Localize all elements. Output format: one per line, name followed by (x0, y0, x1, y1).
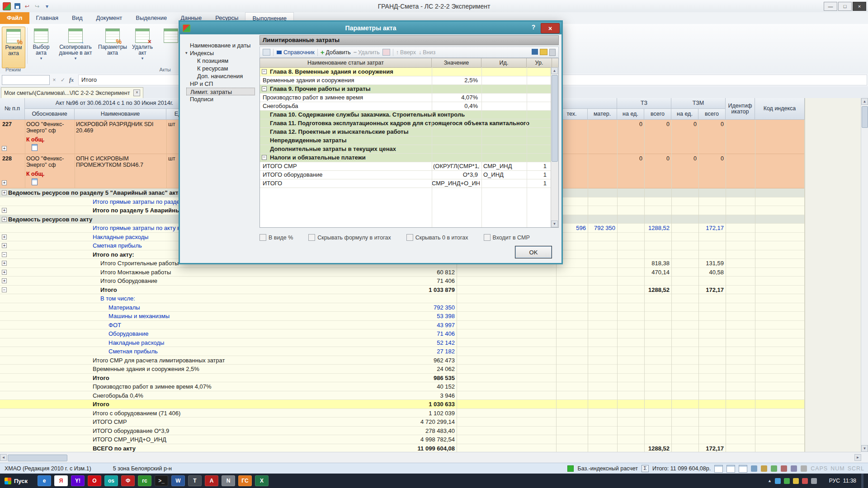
table-group-row[interactable]: −Налоги и обязательные платежи (260, 154, 558, 162)
col-header-tz-total[interactable]: всего (644, 109, 671, 120)
ok-button[interactable]: OK (515, 246, 552, 258)
table-scroll-thumb[interactable] (552, 75, 558, 162)
app-icon[interactable] (3, 2, 11, 10)
col-header-index-code[interactable]: Код индекса (755, 98, 805, 120)
tz-total-cell[interactable]: 1288,52 (644, 286, 671, 294)
total-cell[interactable]: 52 142 (316, 338, 457, 347)
expander-icon[interactable]: + (2, 270, 7, 275)
total-cell[interactable]: 71 406 (316, 277, 457, 285)
view-mode-icon[interactable] (714, 465, 723, 473)
help-icon[interactable]: ? (529, 23, 538, 32)
grid-row[interactable]: +Итого Оборудование71 406 (0, 277, 805, 286)
col-header-identifier[interactable]: Идентификатор (726, 98, 755, 120)
position-name[interactable]: ОПН С ИСКРОВЫМ ПРОМЕЖУТКОМ SDI46.7 (76, 155, 165, 168)
total-cell[interactable]: 27 182 (316, 347, 457, 356)
tree-expanded-icon[interactable]: ▾ (185, 49, 188, 57)
act-mode-button[interactable]: % Режим акта (2, 27, 25, 68)
total-cell[interactable]: 792 350 (316, 303, 457, 312)
tab-view[interactable]: Вид (65, 12, 90, 24)
grid-row[interactable]: Итого986 535 (0, 374, 805, 383)
dialog-close-button[interactable]: × (541, 23, 560, 33)
total-cell[interactable]: 24 062 (316, 365, 457, 373)
expander-icon[interactable]: − (2, 287, 7, 292)
total-cell[interactable]: 71 406 (316, 329, 457, 338)
table-group-row[interactable]: −Глава 8. Временные здания и сооружения (260, 68, 558, 76)
total-cell[interactable]: 962 473 (316, 356, 457, 365)
total-cell[interactable]: 1 030 633 (316, 400, 457, 408)
tz-per-unit-cell[interactable]: 0 (617, 121, 644, 127)
copy-icon[interactable] (263, 49, 270, 56)
tree-item-to-resources[interactable]: К ресурсам (186, 65, 255, 72)
total-cell[interactable]: 986 535 (316, 374, 457, 382)
grid-row[interactable]: Сметная прибыль27 182 (0, 347, 805, 356)
taskbar-app-icon[interactable]: Я (54, 475, 68, 486)
total-cell[interactable]: 278 483,40 (316, 427, 457, 435)
remove-button[interactable]: −Удалить (354, 49, 380, 56)
position-number[interactable]: 228 (2, 155, 12, 162)
tzm-total-cell[interactable]: 172,17 (698, 444, 726, 452)
col-header-tzm-per-unit[interactable]: на ед. (671, 109, 698, 120)
tree-item-names-dates[interactable]: Наименование и даты (186, 42, 255, 49)
grid-row[interactable]: Временные здания и сооружения 2,5%24 062 (0, 365, 805, 374)
status-tool-icon[interactable] (791, 465, 797, 472)
qat-caret-icon[interactable]: ▾ (43, 3, 51, 10)
table-group-row[interactable]: Дополнительные затраты в текущих ценах (260, 145, 558, 154)
taskbar-app-icon[interactable]: Т (188, 475, 202, 486)
cell-name-box[interactable] (2, 75, 50, 85)
total-cell[interactable]: 4 998 782,54 (316, 435, 457, 444)
status-tool-icon[interactable] (781, 465, 787, 472)
table-group-row[interactable]: Непредвиденные затраты (260, 136, 558, 145)
col-header-tz[interactable]: ТЗ (617, 98, 671, 109)
grid-row[interactable]: Итого с оборудованием (71 406)1 102 039 (0, 409, 805, 418)
tree-item-to-positions[interactable]: К позициям (186, 57, 255, 65)
taskbar-app-icon[interactable]: A (205, 475, 218, 486)
table-group-row[interactable]: Глава 12. Проектные и изыскательские раб… (260, 128, 558, 136)
tray-icon[interactable] (811, 478, 817, 484)
show-desktop-button[interactable] (861, 474, 863, 488)
taskbar-app-icon[interactable]: Ф (121, 475, 135, 486)
grid-row-grand-total[interactable]: ВСЕГО по акту11 099 604,081288,52172,17 (0, 444, 805, 452)
table-group-row[interactable]: Глава 10. Содержание службы заказчика. С… (260, 111, 558, 119)
tray-icon[interactable] (775, 478, 781, 484)
grid-row[interactable]: Итого СМР для расчета лимитированных зат… (0, 356, 805, 365)
tray-icon[interactable] (784, 478, 790, 484)
scroll-down-icon[interactable]: ▼ (551, 221, 558, 227)
mater-cell[interactable]: 792 350 (588, 224, 617, 232)
taskbar-app-icon[interactable]: e (38, 475, 51, 486)
expander-icon[interactable]: + (2, 146, 7, 151)
checkbox-include-smr[interactable]: Входит в СМР (484, 234, 530, 241)
tree-item-limited-costs[interactable]: Лимит. затраты (186, 88, 255, 95)
tray-icon[interactable] (820, 478, 826, 484)
col-header-num[interactable]: № п.п (0, 98, 25, 120)
tab-file[interactable]: Файл (0, 12, 29, 24)
col-header-mater[interactable]: матер. (588, 109, 617, 120)
col-header-id[interactable]: Ид. (481, 58, 527, 67)
taskbar-app-icon[interactable]: гс (138, 475, 151, 486)
taskbar-app-icon[interactable]: ГС (238, 475, 252, 486)
total-cell[interactable]: 43 997 (316, 321, 457, 329)
table-row[interactable]: Производство работ в зимнее время4,07% (260, 94, 558, 102)
taskbar-app-icon[interactable]: Y! (71, 475, 85, 486)
position-name[interactable]: ИСКРОВОЙ РАЗРЯДНИК SDI 20.469 (76, 121, 165, 134)
minimize-button[interactable]: — (824, 2, 837, 11)
total-cell[interactable]: 40 152 (316, 382, 457, 391)
col-header-justification[interactable]: Обоснование (25, 109, 75, 120)
table-row[interactable]: Временные здания и сооружения2,5% (260, 76, 558, 85)
position-justification[interactable]: ООО "Феникс-Энерго" сф (26, 121, 72, 134)
tz-total-cell[interactable]: 470,14 (644, 268, 671, 277)
delete-act-button[interactable]: × Удалить акт ▾ (129, 27, 156, 68)
paste-icon[interactable] (549, 49, 556, 56)
total-cell[interactable]: 3 946 (316, 391, 457, 400)
grid-row[interactable]: Оборудование71 406 (0, 329, 805, 338)
tzm-total-cell[interactable]: 0 (698, 121, 726, 127)
taskbar-app-icon[interactable]: >_ (155, 475, 168, 486)
add-button[interactable]: +Добавить (321, 48, 351, 56)
note-icon[interactable] (32, 178, 38, 185)
note-icon[interactable] (32, 144, 38, 151)
vertical-scroll-thumb[interactable] (862, 106, 868, 128)
total-cell[interactable]: 11 099 604,08 (316, 444, 457, 452)
language-indicator[interactable]: РУС (829, 478, 840, 484)
taskbar-app-icon[interactable]: X (255, 475, 269, 486)
table-group-row[interactable]: −Глава 9. Прочие работы и затраты (260, 85, 558, 94)
act-parameters-button[interactable]: % Параметры акта (98, 27, 127, 68)
